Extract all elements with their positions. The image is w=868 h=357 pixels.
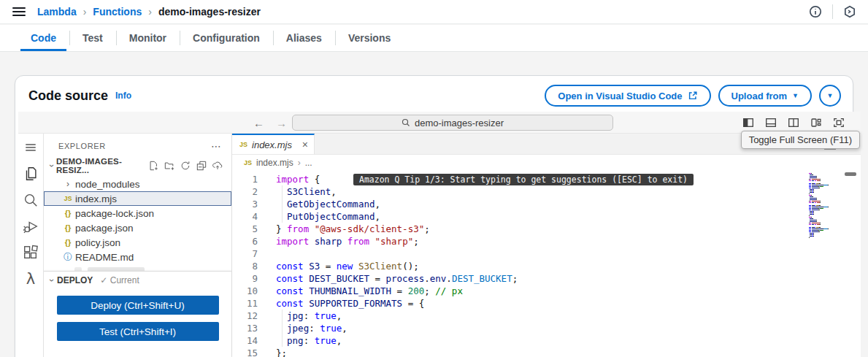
files-icon[interactable] [22, 165, 39, 183]
minimap-row [809, 189, 840, 190]
console-header-actions [809, 4, 856, 19]
lambda-console: Lambda›Functions›demo-images-resizer Cod… [0, 0, 868, 357]
code-line-3: 3 GetObjectCommand, [232, 198, 861, 210]
file-item-README.md[interactable]: ⓘREADME.md [44, 250, 231, 264]
info-link[interactable]: Info [115, 91, 131, 101]
tab-code[interactable]: Code [18, 25, 69, 51]
code-source-title: Code source [28, 88, 108, 104]
chevron-down-icon: › [47, 275, 57, 285]
nav-forward-icon[interactable]: → [276, 117, 287, 129]
line-number: 13 [232, 322, 264, 334]
collapse-all-icon[interactable] [196, 161, 207, 171]
new-file-icon[interactable] [148, 161, 158, 171]
refresh-icon[interactable] [180, 161, 191, 171]
code-text: jpg: true, [264, 310, 342, 322]
split-editor-icon[interactable] [788, 117, 799, 128]
js-icon: JS [61, 195, 75, 202]
toggle-sidebar-icon[interactable] [742, 117, 754, 128]
code-line-12: 12 jpg: true, [232, 310, 861, 322]
info-icon[interactable] [809, 5, 822, 18]
search-icon[interactable] [22, 191, 39, 209]
tab-aliases[interactable]: Aliases [273, 25, 335, 51]
file-name: package.json [75, 223, 134, 234]
braces-icon: {} [61, 223, 75, 232]
minimap-row [809, 224, 840, 225]
line-number: 9 [232, 272, 264, 285]
editor-breadcrumb[interactable]: JS index.mjs › ... [232, 155, 861, 171]
tab-configuration[interactable]: Configuration [180, 25, 273, 51]
toggle-panel-icon[interactable] [765, 117, 777, 128]
upload-from-label: Upload from [731, 91, 788, 101]
minimap-row [809, 202, 840, 203]
external-link-icon [688, 91, 698, 101]
code-text [264, 247, 276, 260]
file-item-policy.json[interactable]: {}policy.json [44, 235, 231, 250]
tab-monitor[interactable]: Monitor [116, 25, 180, 51]
minimap[interactable] [809, 173, 840, 239]
breadcrumb-item-functions[interactable]: Functions [93, 6, 142, 18]
cloudshell-icon[interactable] [843, 5, 856, 18]
minimap-row [809, 229, 840, 229]
line-number: 6 [232, 235, 264, 247]
braces-icon: {} [61, 238, 75, 247]
file-name: README.md [75, 252, 134, 263]
more-actions-button[interactable]: ▼ [819, 85, 841, 107]
file-name: policy.json [75, 237, 120, 248]
function-tabs: CodeTestMonitorConfigurationAliasesVersi… [0, 25, 868, 52]
project-section-header[interactable]: › DEMO-IMAGES-RESIZ... [44, 155, 231, 177]
indent-guide [282, 310, 283, 347]
file-item-package.json[interactable]: {}package.json [44, 220, 231, 235]
deploy-button[interactable]: Deploy (Ctrl+Shift+U) [57, 296, 219, 315]
minimap-row [809, 199, 840, 200]
minimap-row [809, 208, 840, 209]
minimap-row [809, 201, 840, 201]
line-number: 12 [232, 310, 264, 322]
code-lines: 1import {2 S3Client,3 GetObjectCommand,4… [232, 173, 861, 357]
minimap-row [809, 236, 840, 237]
editor-title-bar: ← → demo-images-resizer [18, 112, 861, 134]
code-text: png: true, [264, 334, 342, 347]
extensions-icon[interactable] [22, 244, 39, 261]
new-folder-icon[interactable] [164, 161, 174, 171]
customize-layout-icon[interactable] [810, 117, 822, 128]
open-in-vscode-button[interactable]: Open in Visual Studio Code [545, 85, 710, 107]
minimap-row [809, 223, 840, 223]
code-area[interactable]: 1import {2 S3Client,3 GetObjectCommand,4… [232, 171, 861, 357]
minimap-row [809, 179, 840, 180]
debug-icon[interactable] [22, 218, 39, 235]
file-item-index.mjs[interactable]: JSindex.mjs [44, 191, 231, 206]
close-icon[interactable]: × [302, 139, 308, 150]
deploy-section-header[interactable]: › DEPLOY ✓ Current [44, 272, 231, 288]
minimap-row [809, 176, 840, 177]
explorer-panel: EXPLORER ⋯ › DEMO-IMAGES-RESIZ... ›node_… [44, 134, 232, 357]
upload-icon[interactable] [212, 161, 223, 171]
command-center-search[interactable]: demo-images-resizer [292, 115, 613, 131]
aws-lambda-icon[interactable]: λ [22, 270, 39, 288]
deploy-panel: › DEPLOY ✓ Current Deploy (Ctrl+Shift+U)… [44, 271, 231, 357]
tab-test[interactable]: Test [69, 25, 116, 51]
code-line-14: 14 png: true, [232, 334, 861, 347]
tab-versions[interactable]: Versions [335, 25, 404, 51]
code-line-11: 11const SUPPORTED_FORMATS = { [232, 297, 861, 310]
nav-back-icon[interactable]: ← [253, 117, 264, 129]
upload-from-button[interactable]: Upload from ▼ [718, 85, 812, 107]
minimap-row [809, 215, 840, 216]
hamburger-menu-icon[interactable] [12, 5, 26, 18]
scrollbar-thumb[interactable] [845, 172, 856, 176]
chevron-right-icon: › [61, 179, 75, 189]
braces-icon: {} [61, 209, 75, 218]
more-actions-icon[interactable]: ⋯ [211, 140, 221, 152]
file-item-node_modules[interactable]: ›node_modules [44, 177, 231, 191]
menu-icon[interactable] [22, 139, 39, 156]
file-item-package-lock.json[interactable]: {}package-lock.json [44, 206, 231, 220]
tab-index-mjs[interactable]: JS index.mjs × [232, 134, 315, 154]
breadcrumb: Lambda›Functions›demo-images-resizer [37, 6, 261, 18]
minimap-row [809, 221, 840, 222]
breadcrumb-item-lambda[interactable]: Lambda [37, 6, 77, 18]
fullscreen-icon[interactable] [833, 117, 845, 128]
minimap-row [809, 231, 840, 232]
line-number: 2 [232, 185, 264, 198]
test-button[interactable]: Test (Ctrl+Shift+I) [57, 322, 219, 341]
line-number: 14 [232, 334, 264, 347]
js-file-icon: JS [239, 141, 247, 148]
